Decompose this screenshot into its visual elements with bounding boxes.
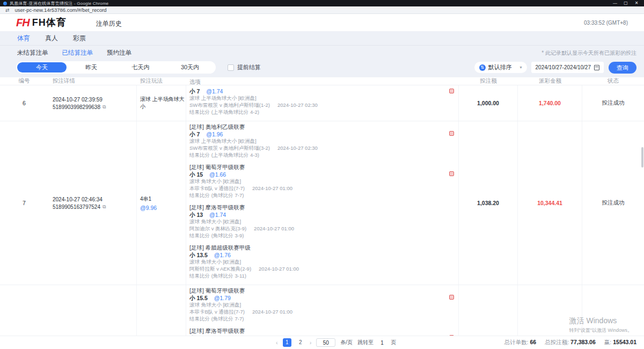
scrollbar-thumb[interactable]	[641, 147, 643, 168]
row-number: 7	[23, 200, 26, 206]
selection-league: [足球] 摩洛哥甲级联赛	[189, 204, 440, 210]
selection-market: 滚球 角球大小 [欧洲盘]	[189, 219, 440, 225]
chevron-down-icon: ▾	[520, 65, 522, 70]
secondary-tabs: 未结算注单 已结算注单 预约注单 * 此记录默认显示今天所有已派彩的投注	[0, 46, 644, 60]
bet-amount: 1,038.20	[477, 200, 499, 206]
checkbox-label: 提前结算	[237, 63, 261, 71]
logo-fh-mark[interactable]: FH	[16, 17, 30, 29]
cell-status: 投注成功	[582, 85, 644, 121]
tab-live-casino[interactable]: 真人	[45, 34, 58, 43]
selection-pick: 小 15	[189, 171, 203, 178]
jump-page-input[interactable]: 1	[378, 340, 386, 346]
pill-7days[interactable]: 七天内	[116, 62, 165, 72]
selection-pick-line: 小 7@1.96	[189, 130, 440, 137]
table-body: 62024-10-27 02:39:595189903998299638⧉滚球 …	[0, 85, 644, 349]
minimize-icon[interactable]: —	[611, 0, 619, 6]
pill-30days[interactable]: 30天内	[165, 62, 215, 72]
date-range-value: 2024/10/27-2024/10/27	[536, 64, 591, 70]
status-text: 投注成功	[602, 99, 625, 107]
page-2[interactable]: 2	[296, 338, 305, 347]
selection-pick-line: 小 15.5@1.79	[189, 294, 440, 301]
logo-text[interactable]: FH体育	[32, 16, 67, 29]
selection-block: [足球] 葡萄牙甲级联赛小 15.5@1.79滚球 角球大小 [欧洲盘]本菲卡B…	[189, 287, 458, 322]
selection-odds: @1.66	[209, 171, 226, 178]
selection-match: 阿加迪尔 v 奥林匹克(3-9)	[189, 226, 246, 231]
tab-sports[interactable]: 体育	[17, 34, 30, 43]
page-1[interactable]: 1	[283, 338, 291, 347]
date-range-input[interactable]: 2024/10/27-2024/10/27	[531, 62, 604, 73]
next-page-icon[interactable]: ›	[310, 339, 312, 346]
selection-match-line: 本菲卡B队 v 通德拉(7-7)2024-10-27 01:00	[189, 309, 440, 315]
subtab-reserved[interactable]: 预约注单	[107, 49, 131, 57]
parlay-odds: @9.96	[140, 205, 186, 211]
close-icon[interactable]: ✕	[632, 0, 641, 6]
url-bar: ⇄ user-pc-new.14r53786.com/#/bet_record	[0, 6, 644, 14]
prev-page-icon[interactable]: ‹	[276, 339, 278, 346]
danger-flag-icon	[449, 89, 454, 93]
tab-lottery[interactable]: 彩票	[73, 34, 86, 43]
page-size-input[interactable]: 50	[316, 338, 335, 347]
col-header-option: 选项	[186, 76, 459, 86]
selection-market: 滚球 角球大小 [欧洲盘]	[189, 259, 440, 265]
cell-bet-detail: 2024-10-27 02:39:595189903998299638⧉	[48, 85, 137, 121]
col-header-no: 编号	[0, 77, 48, 85]
selection-pick: 小 7	[189, 88, 200, 94]
cell-play-type: 滚球 上半场角球大小	[137, 85, 186, 121]
copy-icon[interactable]: ⧉	[103, 104, 106, 110]
selection-result: 结果比分 (角球比分 3-11)	[189, 273, 440, 279]
selection-match-line: 阿斯特拉斯 v AEK雅典(2-9)2024-10-27 01:00	[189, 266, 440, 272]
selection-match: 本菲卡B队 v 通德拉(7-7)	[189, 185, 245, 191]
payout-amount: 1,740.00	[539, 100, 561, 106]
selection-kickoff-time: 2024-10-27 01:00	[252, 309, 292, 315]
bet-time: 2024-10-27 02:46:34	[53, 197, 136, 202]
early-settle-checkbox-group[interactable]: 提前结算	[228, 63, 261, 71]
per-page-label: 条/页	[340, 339, 353, 346]
total-count: 总计单数:66	[504, 339, 537, 346]
url-text[interactable]: user-pc-new.14r53786.com/#/bet_record	[15, 7, 107, 13]
selection-block: [足球] 葡萄牙甲级联赛小 15@1.66滚球 角球大小 [欧洲盘]本菲卡B队 …	[189, 164, 458, 199]
cell-payout-amount: 1,740.00	[518, 85, 582, 121]
selection-result: 结果比分 (角球比分 7-7)	[189, 316, 440, 322]
selection-kickoff-time: 2024-10-27 01:00	[259, 266, 299, 272]
checkbox-icon[interactable]	[228, 64, 234, 71]
selection-match-line: SW布雷根茨 v 奥地利卢斯特瑙(3-2)2024-10-27 02:30	[189, 145, 440, 151]
row-number: 6	[23, 100, 26, 106]
page-title: 注单历史	[96, 19, 122, 28]
selection-pick: 小 7	[189, 131, 200, 137]
selection-block: 小 7@1.74滚球 上半场角球大小 [欧洲盘]SW布雷根茨 v 奥地利卢斯特瑙…	[189, 88, 458, 115]
cell-selections: [足球] 奥地利乙级联赛小 7@1.96滚球 上半场角球大小 [欧洲盘]SW布雷…	[186, 121, 459, 285]
bottom-bar: ‹ 1 2 › 50 条/页 跳转至 1 页 总计单数:66 总投注额:77,3…	[0, 336, 644, 349]
selection-market: 滚球 上半场角球大小 [欧洲盘]	[189, 95, 440, 101]
selection-result: 结果比分 (上半场角球比分 4-3)	[189, 152, 440, 158]
selection-block: [足球] 奥地利乙级联赛小 7@1.96滚球 上半场角球大小 [欧洲盘]SW布雷…	[189, 123, 458, 158]
table-row: 62024-10-27 02:39:595189903998299638⧉滚球 …	[0, 85, 644, 121]
selection-match: 阿斯特拉斯 v AEK雅典(2-9)	[189, 266, 251, 272]
selection-league: [足球] 希腊超级联赛甲级	[189, 244, 440, 251]
subtab-settled[interactable]: 已结算注单	[62, 49, 93, 57]
cell-bet-amount: 1,038.20	[459, 121, 518, 285]
bet-record-table: 编号 投注详情 投注玩法 选项 投注额 派彩金额 状态 62024-10-27 …	[0, 77, 644, 349]
bet-id-line: 5189903998299638⧉	[53, 104, 136, 110]
primary-tabs: 体育 真人 彩票	[0, 31, 644, 46]
url-arrow-icon[interactable]: ⇄	[5, 8, 10, 13]
danger-flag-icon	[449, 131, 454, 136]
sort-select[interactable]: ⇅ 默认排序 ▾	[474, 62, 527, 73]
payout-amount: 10,344.41	[537, 200, 562, 206]
jump-label: 跳转至	[357, 339, 374, 346]
selection-pick: 小 15.5	[189, 295, 208, 301]
sort-selected-value: 默认排序	[488, 63, 512, 71]
summary-totals: 总计单数:66 总投注额:77,383.06 赢:15543.01	[504, 339, 636, 346]
search-button[interactable]: 查询	[609, 62, 636, 74]
pill-today[interactable]: 今天	[17, 62, 67, 72]
pill-yesterday[interactable]: 昨天	[67, 62, 116, 72]
selection-pick-line: 小 15@1.66	[189, 171, 440, 178]
cell-play-type: 4串1@9.96	[137, 121, 186, 285]
selection-kickoff-time: 2024-10-27 01:00	[252, 185, 292, 191]
copy-icon[interactable]: ⧉	[103, 204, 106, 210]
subtab-unsettled[interactable]: 未结算注单	[17, 49, 48, 57]
selection-pick-line: 小 7@1.74	[189, 88, 440, 94]
selection-kickoff-time: 2024-10-27 01:00	[254, 226, 294, 231]
app-header: FH FH体育 注单历史 03:33:52 (GMT+8)	[0, 14, 644, 31]
bet-id-line: 5189905163797524⧉	[53, 204, 136, 210]
maximize-icon[interactable]: ▢	[621, 0, 630, 6]
